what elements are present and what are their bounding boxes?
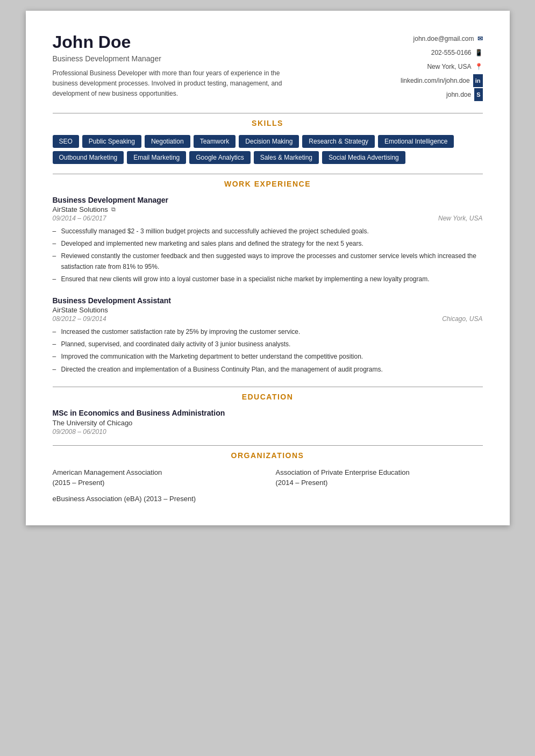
phone-line: 202-555-0166 📱 bbox=[365, 46, 483, 59]
org-item-1: American Management Association (2015 – … bbox=[53, 467, 260, 488]
email-icon: ✉ bbox=[477, 32, 483, 45]
job-meta-2: 08/2012 – 09/2014 Chicago, USA bbox=[53, 315, 483, 323]
org-dates-2: (2014 – Present) bbox=[276, 479, 328, 487]
organizations-section: ORGANIZATIONS American Management Associ… bbox=[53, 451, 483, 504]
company-line-1: AirState Solutions ⧉ bbox=[53, 205, 483, 213]
bullet-2-4: Directed the creation and implementation… bbox=[53, 365, 483, 375]
job-dates-2: 08/2012 – 09/2014 bbox=[53, 315, 106, 323]
job-dates-1: 09/2014 – 06/2017 bbox=[53, 215, 106, 222]
skills-section-title: SKILLS bbox=[53, 119, 483, 127]
org-name-2: Association of Private Enterprise Educat… bbox=[276, 468, 410, 476]
organizations-grid: American Management Association (2015 – … bbox=[53, 467, 483, 504]
org-dates-1: (2015 – Present) bbox=[53, 479, 105, 487]
skill-tag: SEO bbox=[53, 135, 79, 148]
edu-block-1: MSc in Economics and Business Administra… bbox=[53, 409, 483, 436]
location-line: New York, USA 📍 bbox=[365, 60, 483, 73]
company-name-1: AirState Solutions bbox=[53, 205, 108, 213]
job-meta-1: 09/2014 – 06/2017 New York, USA bbox=[53, 215, 483, 222]
job-location-1: New York, USA bbox=[438, 215, 482, 222]
job-bullets-2: Increased the customer satisfaction rate… bbox=[53, 327, 483, 375]
skype-line: john.doe S bbox=[365, 88, 483, 101]
job-block-1: Business Development Manager AirState So… bbox=[53, 196, 483, 284]
edu-degree-1: MSc in Economics and Business Administra… bbox=[53, 409, 483, 417]
company-line-2: AirState Solutions bbox=[53, 306, 483, 314]
linkedin-line[interactable]: linkedin.com/in/john.doe in bbox=[365, 74, 483, 87]
skill-tag: Teamwork bbox=[194, 135, 236, 148]
skill-tag: Public Speaking bbox=[82, 135, 141, 148]
location-icon: 📍 bbox=[475, 60, 483, 73]
education-section: EDUCATION MSc in Economics and Business … bbox=[53, 393, 483, 436]
org-name-1: American Management Association bbox=[53, 468, 162, 476]
skill-tag: Emotional Intelligence bbox=[378, 135, 454, 148]
job-location-2: Chicago, USA bbox=[442, 315, 482, 323]
skype-icon: S bbox=[474, 88, 482, 101]
education-divider-top bbox=[53, 387, 483, 387]
bullet-2-3: Improved the communication with the Mark… bbox=[53, 352, 483, 362]
candidate-name: John Doe bbox=[53, 32, 365, 52]
skill-tag: Negotiation bbox=[145, 135, 190, 148]
bullet-2-1: Increased the customer satisfaction rate… bbox=[53, 327, 483, 337]
location-text: New York, USA bbox=[427, 60, 471, 73]
header-section: John Doe Business Development Manager Pr… bbox=[53, 32, 483, 102]
job-title-1: Business Development Manager bbox=[53, 196, 483, 204]
bullet-2-2: Planned, supervised, and coordinated dai… bbox=[53, 339, 483, 350]
org-name-3: eBusiness Association (eBA) (2013 – Pres… bbox=[53, 495, 196, 503]
work-experience-section: WORK EXPERIENCE Business Development Man… bbox=[53, 180, 483, 375]
bullet-1-2: Developed and implemented new marketing … bbox=[53, 239, 483, 249]
phone-icon: 📱 bbox=[475, 46, 483, 59]
bullet-1-1: Successfully managed $2 - 3 million budg… bbox=[53, 226, 483, 237]
email-text: john.doe@gmail.com bbox=[413, 32, 474, 45]
linkedin-icon: in bbox=[473, 74, 483, 87]
skill-tag: Research & Strategy bbox=[302, 135, 375, 148]
skills-divider-bottom bbox=[53, 174, 483, 174]
email-line: john.doe@gmail.com ✉ bbox=[365, 32, 483, 45]
skills-tags-container: SEOPublic SpeakingNegotiationTeamworkDec… bbox=[53, 135, 483, 164]
org-item-3: eBusiness Association (eBA) (2013 – Pres… bbox=[53, 494, 483, 504]
job-title-2: Business Development Assistant bbox=[53, 296, 483, 305]
skill-tag: Sales & Marketing bbox=[254, 151, 319, 164]
contact-info: john.doe@gmail.com ✉ 202-555-0166 📱 New … bbox=[365, 32, 483, 102]
edu-dates-1: 09/2008 – 06/2010 bbox=[53, 428, 483, 436]
skill-tag: Social Media Advertising bbox=[322, 151, 405, 164]
organizations-section-title: ORGANIZATIONS bbox=[53, 451, 483, 460]
skill-tag: Decision Making bbox=[239, 135, 299, 148]
skill-tag: Google Analytics bbox=[189, 151, 250, 164]
org-item-2: Association of Private Enterprise Educat… bbox=[276, 467, 483, 488]
candidate-summary: Professional Business Developer with mor… bbox=[53, 68, 300, 99]
job-bullets-1: Successfully managed $2 - 3 million budg… bbox=[53, 226, 483, 284]
external-link-icon-1[interactable]: ⧉ bbox=[111, 206, 116, 213]
edu-school-1: The University of Chicago bbox=[53, 419, 483, 427]
phone-text: 202-555-0166 bbox=[431, 46, 472, 59]
skills-section: SKILLS SEOPublic SpeakingNegotiationTeam… bbox=[53, 119, 483, 164]
skill-tag: Outbound Marketing bbox=[53, 151, 124, 164]
candidate-title: Business Development Manager bbox=[53, 54, 365, 63]
linkedin-text: linkedin.com/in/john.doe bbox=[401, 74, 470, 87]
job-block-2: Business Development Assistant AirState … bbox=[53, 296, 483, 375]
resume-document: John Doe Business Development Manager Pr… bbox=[26, 11, 510, 525]
education-section-title: EDUCATION bbox=[53, 393, 483, 401]
skills-divider-top bbox=[53, 113, 483, 113]
bullet-1-4: Ensured that new clients will grow into … bbox=[53, 274, 483, 284]
company-name-2: AirState Solutions bbox=[53, 306, 108, 314]
organizations-divider-top bbox=[53, 445, 483, 446]
bullet-1-3: Reviewed constantly the customer feedbac… bbox=[53, 251, 483, 272]
work-section-title: WORK EXPERIENCE bbox=[53, 180, 483, 188]
header-left: John Doe Business Development Manager Pr… bbox=[53, 32, 365, 99]
skype-text: john.doe bbox=[446, 88, 471, 101]
skill-tag: Email Marketing bbox=[127, 151, 186, 164]
